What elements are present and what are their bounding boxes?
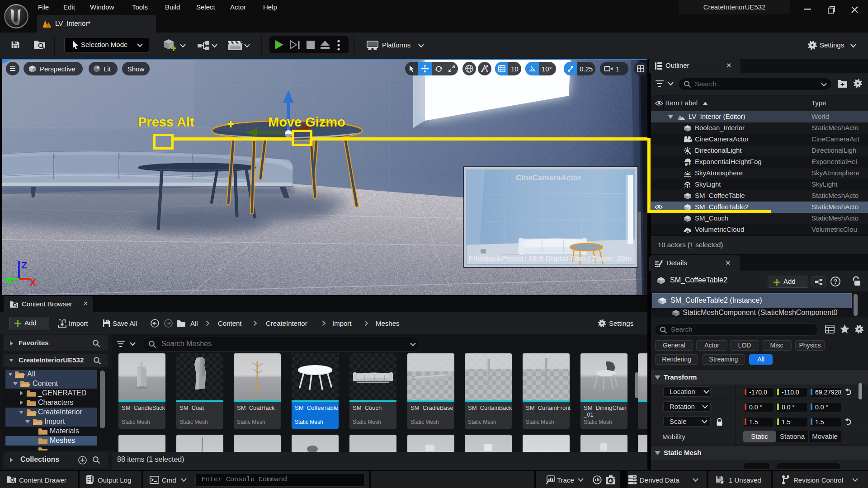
svg-text:FilmbackPreset: 16:9 Digital F: FilmbackPreset: 16:9 Digital Film | Zoom…	[469, 254, 632, 263]
svg-text:X: X	[30, 277, 36, 287]
svg-text:Z: Z	[21, 260, 27, 270]
svg-text:Y: Y	[5, 277, 12, 287]
svg-text:CineCameraActor: CineCameraActor	[516, 174, 581, 182]
svg-text:?: ?	[834, 278, 838, 285]
